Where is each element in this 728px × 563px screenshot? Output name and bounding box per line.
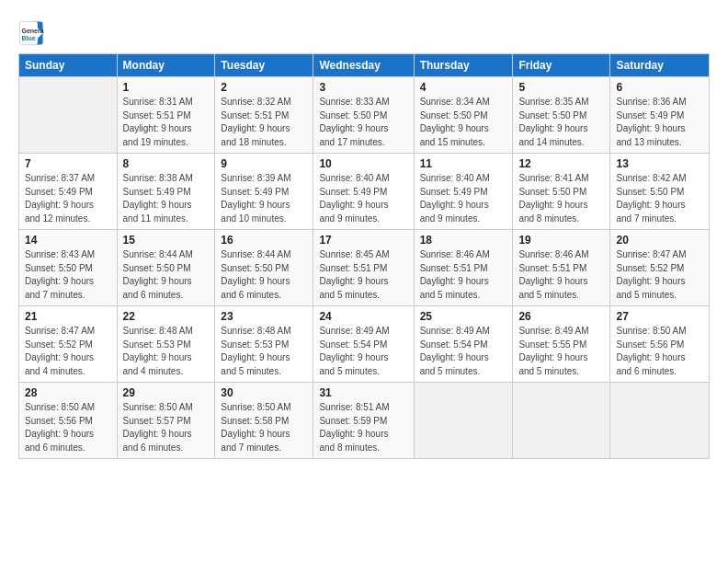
- day-number: 4: [420, 81, 507, 94]
- day-info: Sunrise: 8:42 AM Sunset: 5:50 PM Dayligh…: [616, 172, 703, 225]
- svg-text:Blue: Blue: [22, 35, 36, 41]
- day-info: Sunrise: 8:31 AM Sunset: 5:51 PM Dayligh…: [123, 96, 210, 149]
- day-info: Sunrise: 8:50 AM Sunset: 5:57 PM Dayligh…: [123, 401, 210, 454]
- calendar-cell: 14Sunrise: 8:43 AM Sunset: 5:50 PM Dayli…: [19, 230, 118, 306]
- calendar-cell: 5Sunrise: 8:35 AM Sunset: 5:50 PM Daylig…: [513, 77, 610, 154]
- day-info: Sunrise: 8:50 AM Sunset: 5:58 PM Dayligh…: [221, 401, 307, 454]
- day-number: 9: [221, 157, 307, 170]
- calendar-cell: 23Sunrise: 8:48 AM Sunset: 5:53 PM Dayli…: [215, 306, 313, 383]
- day-number: 22: [123, 310, 210, 323]
- calendar-cell: 20Sunrise: 8:47 AM Sunset: 5:52 PM Dayli…: [610, 230, 710, 306]
- calendar-cell: 21Sunrise: 8:47 AM Sunset: 5:52 PM Dayli…: [19, 306, 118, 383]
- logo-icon: General Blue: [18, 20, 44, 46]
- col-header-thursday: Thursday: [414, 54, 513, 77]
- calendar-cell: 31Sunrise: 8:51 AM Sunset: 5:59 PM Dayli…: [313, 383, 414, 459]
- calendar-cell: [513, 383, 610, 459]
- svg-text:General: General: [22, 28, 45, 34]
- day-number: 2: [221, 81, 307, 94]
- day-number: 11: [420, 157, 507, 170]
- calendar-cell: 18Sunrise: 8:46 AM Sunset: 5:51 PM Dayli…: [414, 230, 513, 306]
- day-number: 7: [25, 157, 111, 170]
- day-info: Sunrise: 8:49 AM Sunset: 5:54 PM Dayligh…: [319, 325, 407, 378]
- day-info: Sunrise: 8:37 AM Sunset: 5:49 PM Dayligh…: [25, 172, 111, 225]
- col-header-wednesday: Wednesday: [313, 54, 414, 77]
- day-number: 5: [518, 81, 604, 94]
- calendar-cell: 2Sunrise: 8:32 AM Sunset: 5:51 PM Daylig…: [215, 77, 313, 154]
- day-number: 25: [420, 310, 507, 323]
- day-number: 1: [123, 81, 210, 94]
- col-header-saturday: Saturday: [610, 54, 710, 77]
- col-header-monday: Monday: [117, 54, 215, 77]
- calendar-cell: 16Sunrise: 8:44 AM Sunset: 5:50 PM Dayli…: [215, 230, 313, 306]
- calendar-cell: 7Sunrise: 8:37 AM Sunset: 5:49 PM Daylig…: [19, 154, 118, 230]
- calendar-cell: 25Sunrise: 8:49 AM Sunset: 5:54 PM Dayli…: [414, 306, 513, 383]
- day-info: Sunrise: 8:50 AM Sunset: 5:56 PM Dayligh…: [616, 325, 703, 378]
- day-info: Sunrise: 8:40 AM Sunset: 5:49 PM Dayligh…: [319, 172, 407, 225]
- day-number: 29: [123, 386, 210, 399]
- day-info: Sunrise: 8:41 AM Sunset: 5:50 PM Dayligh…: [518, 172, 604, 225]
- col-header-friday: Friday: [513, 54, 610, 77]
- calendar-cell: 10Sunrise: 8:40 AM Sunset: 5:49 PM Dayli…: [313, 154, 414, 230]
- calendar-cell: [610, 383, 710, 459]
- day-number: 17: [319, 234, 407, 247]
- day-info: Sunrise: 8:45 AM Sunset: 5:51 PM Dayligh…: [319, 248, 407, 302]
- day-number: 20: [616, 234, 703, 247]
- calendar-cell: 13Sunrise: 8:42 AM Sunset: 5:50 PM Dayli…: [610, 154, 710, 230]
- day-number: 3: [319, 81, 407, 94]
- day-info: Sunrise: 8:50 AM Sunset: 5:56 PM Dayligh…: [25, 401, 111, 454]
- day-info: Sunrise: 8:47 AM Sunset: 5:52 PM Dayligh…: [25, 325, 111, 378]
- day-info: Sunrise: 8:46 AM Sunset: 5:51 PM Dayligh…: [518, 248, 604, 302]
- day-info: Sunrise: 8:34 AM Sunset: 5:50 PM Dayligh…: [420, 96, 507, 149]
- day-number: 19: [518, 234, 604, 247]
- day-number: 12: [518, 157, 604, 170]
- calendar-cell: [414, 383, 513, 459]
- calendar-cell: 6Sunrise: 8:36 AM Sunset: 5:49 PM Daylig…: [610, 77, 710, 154]
- day-number: 13: [616, 157, 703, 170]
- day-info: Sunrise: 8:47 AM Sunset: 5:52 PM Dayligh…: [616, 248, 703, 302]
- calendar-cell: 15Sunrise: 8:44 AM Sunset: 5:50 PM Dayli…: [117, 230, 215, 306]
- calendar-cell: 27Sunrise: 8:50 AM Sunset: 5:56 PM Dayli…: [610, 306, 710, 383]
- calendar-cell: 8Sunrise: 8:38 AM Sunset: 5:49 PM Daylig…: [117, 154, 215, 230]
- day-info: Sunrise: 8:49 AM Sunset: 5:55 PM Dayligh…: [518, 325, 604, 378]
- day-number: 26: [518, 310, 604, 323]
- day-number: 27: [616, 310, 703, 323]
- day-info: Sunrise: 8:46 AM Sunset: 5:51 PM Dayligh…: [420, 248, 507, 302]
- header: General Blue: [18, 17, 710, 46]
- calendar-cell: 26Sunrise: 8:49 AM Sunset: 5:55 PM Dayli…: [513, 306, 610, 383]
- calendar-cell: 1Sunrise: 8:31 AM Sunset: 5:51 PM Daylig…: [117, 77, 215, 154]
- day-info: Sunrise: 8:38 AM Sunset: 5:49 PM Dayligh…: [123, 172, 210, 225]
- calendar-cell: 3Sunrise: 8:33 AM Sunset: 5:50 PM Daylig…: [313, 77, 414, 154]
- calendar-cell: 17Sunrise: 8:45 AM Sunset: 5:51 PM Dayli…: [313, 230, 414, 306]
- calendar-cell: 28Sunrise: 8:50 AM Sunset: 5:56 PM Dayli…: [19, 383, 118, 459]
- day-number: 30: [221, 386, 307, 399]
- col-header-sunday: Sunday: [19, 54, 118, 77]
- day-info: Sunrise: 8:49 AM Sunset: 5:54 PM Dayligh…: [420, 325, 507, 378]
- page-container: General Blue SundayMondayTuesdayWednesda…: [0, 0, 728, 468]
- calendar-cell: 9Sunrise: 8:39 AM Sunset: 5:49 PM Daylig…: [215, 154, 313, 230]
- day-info: Sunrise: 8:33 AM Sunset: 5:50 PM Dayligh…: [319, 96, 407, 149]
- day-number: 15: [123, 234, 210, 247]
- day-number: 14: [25, 234, 111, 247]
- day-info: Sunrise: 8:51 AM Sunset: 5:59 PM Dayligh…: [319, 401, 407, 454]
- day-number: 24: [319, 310, 407, 323]
- day-info: Sunrise: 8:36 AM Sunset: 5:49 PM Dayligh…: [616, 96, 703, 149]
- day-info: Sunrise: 8:48 AM Sunset: 5:53 PM Dayligh…: [221, 325, 307, 378]
- day-info: Sunrise: 8:32 AM Sunset: 5:51 PM Dayligh…: [221, 96, 307, 149]
- calendar-cell: 29Sunrise: 8:50 AM Sunset: 5:57 PM Dayli…: [117, 383, 215, 459]
- day-info: Sunrise: 8:44 AM Sunset: 5:50 PM Dayligh…: [221, 248, 307, 302]
- calendar-cell: [19, 77, 118, 154]
- day-info: Sunrise: 8:43 AM Sunset: 5:50 PM Dayligh…: [25, 248, 111, 302]
- col-header-tuesday: Tuesday: [215, 54, 313, 77]
- day-number: 23: [221, 310, 307, 323]
- day-number: 6: [616, 81, 703, 94]
- calendar-table: SundayMondayTuesdayWednesdayThursdayFrid…: [18, 53, 710, 459]
- day-info: Sunrise: 8:40 AM Sunset: 5:49 PM Dayligh…: [420, 172, 507, 225]
- day-number: 18: [420, 234, 507, 247]
- calendar-cell: 11Sunrise: 8:40 AM Sunset: 5:49 PM Dayli…: [414, 154, 513, 230]
- calendar-cell: 22Sunrise: 8:48 AM Sunset: 5:53 PM Dayli…: [117, 306, 215, 383]
- day-info: Sunrise: 8:44 AM Sunset: 5:50 PM Dayligh…: [123, 248, 210, 302]
- day-info: Sunrise: 8:35 AM Sunset: 5:50 PM Dayligh…: [518, 96, 604, 149]
- calendar-cell: 12Sunrise: 8:41 AM Sunset: 5:50 PM Dayli…: [513, 154, 610, 230]
- day-number: 31: [319, 386, 407, 399]
- day-number: 28: [25, 386, 111, 399]
